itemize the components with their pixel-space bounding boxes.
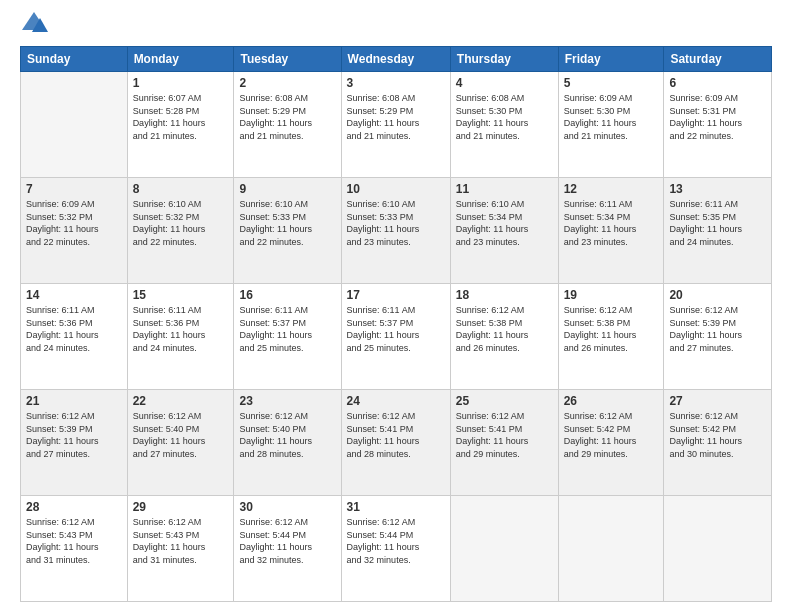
day-info: Sunrise: 6:11 AMSunset: 5:35 PMDaylight:… [669, 199, 742, 247]
day-number: 15 [133, 288, 229, 302]
day-number: 27 [669, 394, 766, 408]
day-number: 3 [347, 76, 445, 90]
day-number: 9 [239, 182, 335, 196]
day-cell: 2 Sunrise: 6:08 AMSunset: 5:29 PMDayligh… [234, 72, 341, 178]
logo-icon [20, 10, 48, 38]
day-info: Sunrise: 6:11 AMSunset: 5:36 PMDaylight:… [133, 305, 206, 353]
day-info: Sunrise: 6:12 AMSunset: 5:39 PMDaylight:… [26, 411, 99, 459]
week-row-2: 7 Sunrise: 6:09 AMSunset: 5:32 PMDayligh… [21, 178, 772, 284]
day-info: Sunrise: 6:08 AMSunset: 5:30 PMDaylight:… [456, 93, 529, 141]
day-info: Sunrise: 6:11 AMSunset: 5:37 PMDaylight:… [239, 305, 312, 353]
day-info: Sunrise: 6:12 AMSunset: 5:41 PMDaylight:… [456, 411, 529, 459]
day-info: Sunrise: 6:12 AMSunset: 5:44 PMDaylight:… [239, 517, 312, 565]
day-info: Sunrise: 6:12 AMSunset: 5:42 PMDaylight:… [669, 411, 742, 459]
day-cell: 11 Sunrise: 6:10 AMSunset: 5:34 PMDaylig… [450, 178, 558, 284]
day-cell: 19 Sunrise: 6:12 AMSunset: 5:38 PMDaylig… [558, 284, 664, 390]
col-header-thursday: Thursday [450, 47, 558, 72]
day-cell [664, 496, 772, 602]
day-number: 4 [456, 76, 553, 90]
day-cell: 31 Sunrise: 6:12 AMSunset: 5:44 PMDaylig… [341, 496, 450, 602]
day-cell: 7 Sunrise: 6:09 AMSunset: 5:32 PMDayligh… [21, 178, 128, 284]
day-info: Sunrise: 6:12 AMSunset: 5:40 PMDaylight:… [133, 411, 206, 459]
day-number: 2 [239, 76, 335, 90]
col-header-friday: Friday [558, 47, 664, 72]
day-info: Sunrise: 6:08 AMSunset: 5:29 PMDaylight:… [239, 93, 312, 141]
day-number: 14 [26, 288, 122, 302]
day-info: Sunrise: 6:07 AMSunset: 5:28 PMDaylight:… [133, 93, 206, 141]
day-cell: 8 Sunrise: 6:10 AMSunset: 5:32 PMDayligh… [127, 178, 234, 284]
week-row-5: 28 Sunrise: 6:12 AMSunset: 5:43 PMDaylig… [21, 496, 772, 602]
day-cell: 21 Sunrise: 6:12 AMSunset: 5:39 PMDaylig… [21, 390, 128, 496]
header-row: SundayMondayTuesdayWednesdayThursdayFrid… [21, 47, 772, 72]
day-cell [450, 496, 558, 602]
day-info: Sunrise: 6:10 AMSunset: 5:34 PMDaylight:… [456, 199, 529, 247]
day-info: Sunrise: 6:08 AMSunset: 5:29 PMDaylight:… [347, 93, 420, 141]
day-number: 1 [133, 76, 229, 90]
day-info: Sunrise: 6:12 AMSunset: 5:42 PMDaylight:… [564, 411, 637, 459]
day-info: Sunrise: 6:12 AMSunset: 5:44 PMDaylight:… [347, 517, 420, 565]
day-cell: 29 Sunrise: 6:12 AMSunset: 5:43 PMDaylig… [127, 496, 234, 602]
day-number: 8 [133, 182, 229, 196]
week-row-3: 14 Sunrise: 6:11 AMSunset: 5:36 PMDaylig… [21, 284, 772, 390]
day-cell: 13 Sunrise: 6:11 AMSunset: 5:35 PMDaylig… [664, 178, 772, 284]
day-info: Sunrise: 6:12 AMSunset: 5:43 PMDaylight:… [26, 517, 99, 565]
day-number: 10 [347, 182, 445, 196]
day-cell: 18 Sunrise: 6:12 AMSunset: 5:38 PMDaylig… [450, 284, 558, 390]
day-cell: 4 Sunrise: 6:08 AMSunset: 5:30 PMDayligh… [450, 72, 558, 178]
day-info: Sunrise: 6:12 AMSunset: 5:38 PMDaylight:… [456, 305, 529, 353]
day-cell: 26 Sunrise: 6:12 AMSunset: 5:42 PMDaylig… [558, 390, 664, 496]
day-cell: 27 Sunrise: 6:12 AMSunset: 5:42 PMDaylig… [664, 390, 772, 496]
page: SundayMondayTuesdayWednesdayThursdayFrid… [0, 0, 792, 612]
week-row-4: 21 Sunrise: 6:12 AMSunset: 5:39 PMDaylig… [21, 390, 772, 496]
day-cell: 5 Sunrise: 6:09 AMSunset: 5:30 PMDayligh… [558, 72, 664, 178]
day-cell [21, 72, 128, 178]
day-number: 11 [456, 182, 553, 196]
day-info: Sunrise: 6:11 AMSunset: 5:34 PMDaylight:… [564, 199, 637, 247]
day-cell: 16 Sunrise: 6:11 AMSunset: 5:37 PMDaylig… [234, 284, 341, 390]
day-cell: 17 Sunrise: 6:11 AMSunset: 5:37 PMDaylig… [341, 284, 450, 390]
day-info: Sunrise: 6:09 AMSunset: 5:31 PMDaylight:… [669, 93, 742, 141]
day-info: Sunrise: 6:09 AMSunset: 5:30 PMDaylight:… [564, 93, 637, 141]
day-number: 24 [347, 394, 445, 408]
day-number: 22 [133, 394, 229, 408]
day-number: 19 [564, 288, 659, 302]
day-number: 31 [347, 500, 445, 514]
day-cell: 24 Sunrise: 6:12 AMSunset: 5:41 PMDaylig… [341, 390, 450, 496]
day-cell: 1 Sunrise: 6:07 AMSunset: 5:28 PMDayligh… [127, 72, 234, 178]
day-cell: 6 Sunrise: 6:09 AMSunset: 5:31 PMDayligh… [664, 72, 772, 178]
day-info: Sunrise: 6:10 AMSunset: 5:33 PMDaylight:… [347, 199, 420, 247]
day-number: 23 [239, 394, 335, 408]
day-number: 20 [669, 288, 766, 302]
col-header-monday: Monday [127, 47, 234, 72]
col-header-saturday: Saturday [664, 47, 772, 72]
day-cell: 10 Sunrise: 6:10 AMSunset: 5:33 PMDaylig… [341, 178, 450, 284]
col-header-tuesday: Tuesday [234, 47, 341, 72]
day-info: Sunrise: 6:12 AMSunset: 5:40 PMDaylight:… [239, 411, 312, 459]
day-cell: 9 Sunrise: 6:10 AMSunset: 5:33 PMDayligh… [234, 178, 341, 284]
day-info: Sunrise: 6:12 AMSunset: 5:38 PMDaylight:… [564, 305, 637, 353]
header [20, 10, 772, 38]
day-cell: 12 Sunrise: 6:11 AMSunset: 5:34 PMDaylig… [558, 178, 664, 284]
day-cell: 30 Sunrise: 6:12 AMSunset: 5:44 PMDaylig… [234, 496, 341, 602]
col-header-wednesday: Wednesday [341, 47, 450, 72]
day-cell: 22 Sunrise: 6:12 AMSunset: 5:40 PMDaylig… [127, 390, 234, 496]
day-number: 29 [133, 500, 229, 514]
day-info: Sunrise: 6:12 AMSunset: 5:39 PMDaylight:… [669, 305, 742, 353]
day-cell: 14 Sunrise: 6:11 AMSunset: 5:36 PMDaylig… [21, 284, 128, 390]
day-cell: 25 Sunrise: 6:12 AMSunset: 5:41 PMDaylig… [450, 390, 558, 496]
day-number: 13 [669, 182, 766, 196]
day-number: 26 [564, 394, 659, 408]
logo [20, 10, 54, 38]
day-number: 30 [239, 500, 335, 514]
day-cell: 3 Sunrise: 6:08 AMSunset: 5:29 PMDayligh… [341, 72, 450, 178]
day-number: 21 [26, 394, 122, 408]
week-row-1: 1 Sunrise: 6:07 AMSunset: 5:28 PMDayligh… [21, 72, 772, 178]
day-cell [558, 496, 664, 602]
day-number: 6 [669, 76, 766, 90]
day-cell: 20 Sunrise: 6:12 AMSunset: 5:39 PMDaylig… [664, 284, 772, 390]
day-number: 16 [239, 288, 335, 302]
day-number: 17 [347, 288, 445, 302]
day-cell: 23 Sunrise: 6:12 AMSunset: 5:40 PMDaylig… [234, 390, 341, 496]
day-number: 18 [456, 288, 553, 302]
day-number: 12 [564, 182, 659, 196]
